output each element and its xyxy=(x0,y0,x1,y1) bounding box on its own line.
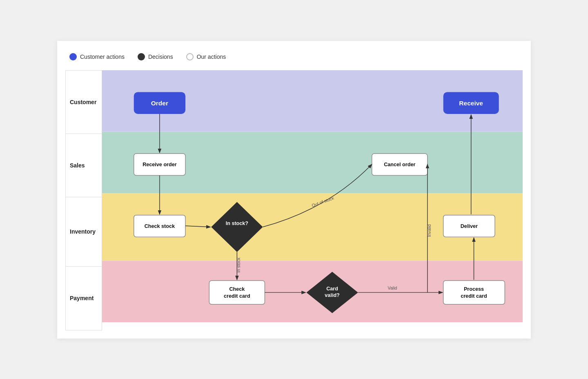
legend-dot-customer-actions xyxy=(69,53,77,60)
node-process-credit-label-2: credit card xyxy=(461,293,487,299)
legend: Customer actions Decisions Our actions xyxy=(69,53,523,60)
page-wrapper: Customer actions Decisions Our actions C… xyxy=(57,41,531,339)
node-check-stock-label: Check stock xyxy=(145,223,175,229)
lane-label-sales: Sales xyxy=(66,134,102,197)
legend-our-actions: Our actions xyxy=(186,53,226,60)
node-process-credit xyxy=(443,280,505,304)
node-cancel-order-label: Cancel order xyxy=(384,162,415,167)
node-in-stock-label-1: In stock? xyxy=(226,220,248,226)
node-deliver-label: Deliver xyxy=(461,223,478,229)
node-card-valid-label-1: Card xyxy=(326,286,338,292)
node-check-credit-label-2: credit card xyxy=(224,293,250,299)
flowchart-svg: Order Receive Receive order Cancel order… xyxy=(102,70,523,322)
diagram-svg-wrapper: Order Receive Receive order Cancel order… xyxy=(102,70,523,330)
node-process-credit-label-1: Process xyxy=(464,286,484,292)
node-card-valid-label-2: valid? xyxy=(325,292,339,298)
node-check-credit xyxy=(209,280,265,304)
lane-label-inventory: Inventory xyxy=(66,197,102,267)
legend-label-our-actions: Our actions xyxy=(197,54,226,60)
legend-dot-decisions xyxy=(138,53,145,60)
node-check-credit-label-1: Check xyxy=(229,286,245,292)
arrow-label-in-stock: In stock xyxy=(236,257,241,272)
lane-label-customer: Customer xyxy=(66,71,102,134)
node-receive-order-label: Receive order xyxy=(143,162,177,167)
legend-customer-actions: Customer actions xyxy=(69,53,125,60)
row-labels: Customer Sales Inventory Payment xyxy=(65,70,102,330)
legend-label-decisions: Decisions xyxy=(148,54,173,60)
legend-label-customer-actions: Customer actions xyxy=(80,54,125,60)
node-receive-label: Receive xyxy=(459,100,483,107)
lane-label-payment: Payment xyxy=(66,267,102,330)
arrow-label-invalid: Invalid xyxy=(427,224,432,237)
arrow-label-valid: Valid xyxy=(388,285,397,290)
legend-decisions: Decisions xyxy=(138,53,173,60)
diagram: Customer Sales Inventory Payment xyxy=(65,70,523,330)
node-order-label: Order xyxy=(151,100,168,107)
legend-dot-our-actions xyxy=(186,53,194,60)
